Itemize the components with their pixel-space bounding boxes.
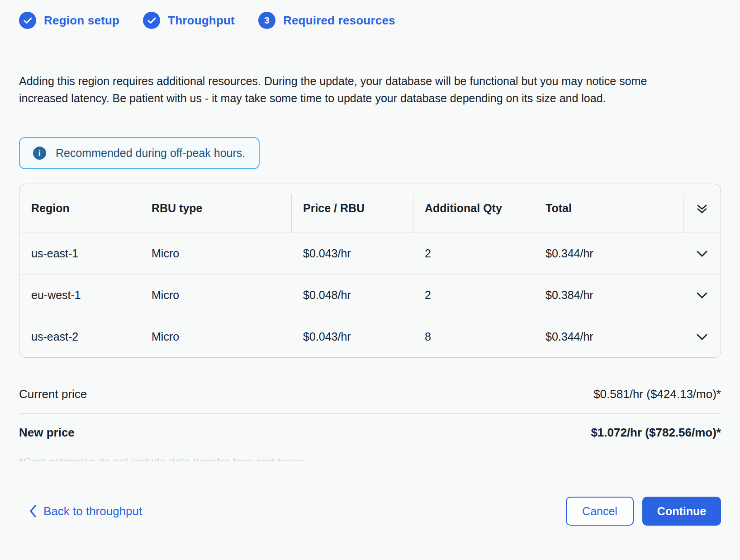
cell-region: eu-west-1: [19, 289, 140, 302]
continue-button[interactable]: Continue: [642, 497, 721, 526]
expand-row-button[interactable]: [694, 289, 710, 301]
summary-divider: [19, 413, 721, 413]
chevron-down-icon: [696, 250, 708, 258]
cell-region: us-east-2: [19, 330, 140, 343]
current-price-label: Current price: [19, 387, 87, 401]
step-region-setup[interactable]: Region setup: [19, 12, 119, 29]
current-price-row: Current price $0.581/hr ($424.13/mo)*: [19, 387, 721, 401]
step-label: Throughput: [168, 14, 235, 28]
back-to-throughput-link[interactable]: Back to throughput: [29, 499, 142, 523]
cell-rbu-type: Micro: [140, 289, 291, 302]
cell-rbu-type: Micro: [140, 247, 291, 260]
step-number-badge: 3: [258, 12, 275, 29]
info-icon: i: [33, 147, 46, 160]
column-header-region: Region: [19, 184, 140, 233]
column-header-additional-qty: Additional Qty: [413, 184, 534, 233]
expand-row-button[interactable]: [694, 248, 710, 260]
new-price-label: New price: [19, 426, 75, 440]
step-complete-check-icon: [143, 12, 160, 29]
cell-additional-qty: 2: [413, 247, 534, 260]
cell-additional-qty: 2: [413, 289, 534, 302]
table-row[interactable]: us-east-2 Micro $0.043/hr 8 $0.344/hr: [19, 316, 721, 357]
double-chevron-down-icon: [696, 202, 708, 215]
wizard-stepper: Region setup Throughput 3 Required resou…: [19, 12, 395, 29]
table-row[interactable]: us-east-1 Micro $0.043/hr 2 $0.344/hr: [19, 233, 721, 274]
new-price-value: $1.072/hr ($782.56/mo)*: [591, 426, 721, 440]
required-resources-table: Region RBU type Price / RBU Additional Q…: [19, 184, 721, 358]
column-header-rbu-type: RBU type: [140, 184, 291, 233]
step-label: Region setup: [44, 14, 119, 28]
step-label: Required resources: [283, 14, 395, 28]
price-footnote-clipped: *Cost estimates do not include data tran…: [19, 456, 562, 461]
cancel-button[interactable]: Cancel: [566, 497, 634, 526]
cell-additional-qty: 8: [413, 330, 534, 343]
chevron-down-icon: [696, 333, 708, 341]
cell-price-rbu: $0.043/hr: [291, 247, 413, 260]
banner-text: Recommended during off-peak hours.: [56, 147, 245, 160]
column-header-total: Total: [534, 184, 683, 233]
step-complete-check-icon: [19, 12, 36, 29]
cell-region: us-east-1: [19, 247, 140, 260]
region-update-description: Adding this region requires additional r…: [19, 72, 688, 107]
expand-all-rows-button[interactable]: [694, 200, 710, 217]
expand-row-button[interactable]: [694, 331, 710, 343]
back-link-label: Back to throughput: [43, 504, 142, 518]
cell-price-rbu: $0.048/hr: [291, 289, 413, 302]
step-throughput[interactable]: Throughput: [143, 12, 235, 29]
new-price-row: New price $1.072/hr ($782.56/mo)*: [19, 426, 721, 440]
cell-rbu-type: Micro: [140, 330, 291, 343]
chevron-down-icon: [696, 291, 708, 299]
step-required-resources[interactable]: 3 Required resources: [258, 12, 395, 29]
cell-total: $0.344/hr: [534, 330, 683, 343]
cell-total: $0.344/hr: [534, 247, 683, 260]
chevron-left-icon: [29, 504, 37, 518]
current-price-value: $0.581/hr ($424.13/mo)*: [593, 387, 721, 401]
column-header-price-rbu: Price / RBU: [291, 184, 413, 233]
price-footnote-text: *Cost estimates do not include data tran…: [19, 456, 303, 461]
table-header-row: Region RBU type Price / RBU Additional Q…: [19, 184, 721, 233]
offpeak-recommendation-banner: i Recommended during off-peak hours.: [19, 137, 260, 169]
table-row[interactable]: eu-west-1 Micro $0.048/hr 2 $0.384/hr: [19, 274, 721, 316]
cell-total: $0.384/hr: [534, 289, 683, 302]
cell-price-rbu: $0.043/hr: [291, 330, 413, 343]
